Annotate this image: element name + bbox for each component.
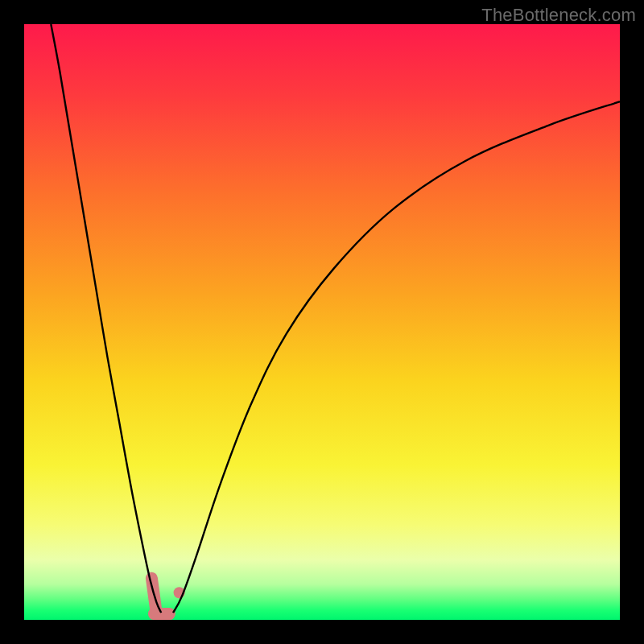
watermark-text: TheBottleneck.com [481,5,636,26]
outer-frame: TheBottleneck.com [0,0,644,644]
curves-layer [24,24,620,620]
curve-right-branch [173,101,620,613]
min-marker [151,578,184,613]
curve-left-branch [51,24,161,613]
plot-area [24,24,620,620]
